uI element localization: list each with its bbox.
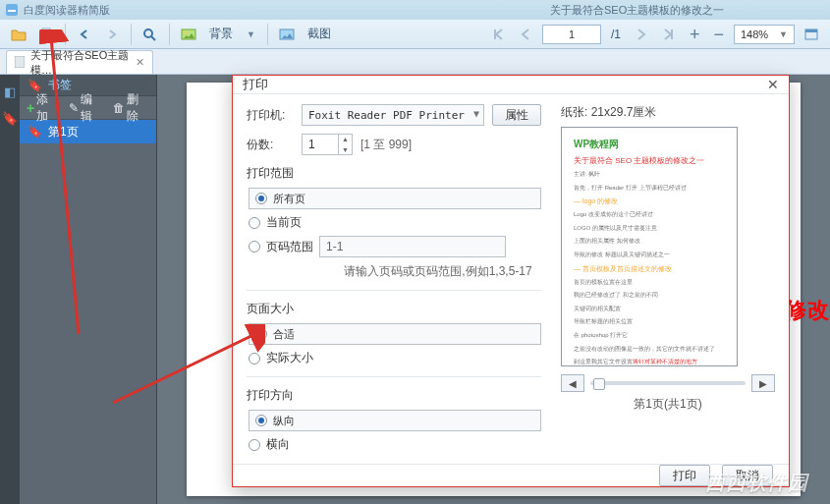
orient-landscape-label: 横向 bbox=[266, 436, 290, 453]
orient-portrait-label: 纵向 bbox=[273, 414, 295, 428]
print-dialog: 打印 ✕ 打印机: Foxit Reader PDF Printer ▼ 属性 … bbox=[232, 75, 790, 487]
size-fit-label: 合适 bbox=[273, 327, 295, 342]
preview-slider[interactable] bbox=[590, 381, 746, 385]
pencil-icon: ✎ bbox=[69, 101, 79, 115]
tab-icon bbox=[15, 56, 25, 70]
props-label: 属性 bbox=[505, 107, 528, 124]
orient-portrait-radio[interactable]: 纵向 bbox=[249, 410, 541, 431]
page-number-input[interactable]: 1 bbox=[542, 25, 601, 44]
radio-dot-icon bbox=[249, 353, 260, 364]
range-current-radio[interactable]: 当前页 bbox=[249, 214, 541, 231]
orient-landscape-radio[interactable]: 横向 bbox=[249, 436, 541, 453]
first-page-button[interactable] bbox=[487, 24, 509, 45]
chevron-down-icon: ▼ bbox=[779, 29, 788, 39]
preview-prev-button[interactable]: ◀ bbox=[561, 374, 584, 392]
svg-rect-4 bbox=[42, 36, 50, 40]
svg-rect-10 bbox=[805, 29, 817, 32]
svg-rect-11 bbox=[15, 56, 25, 68]
radio-dot-icon bbox=[255, 415, 267, 426]
toolbar-right: 1 /1 + − 148% ▼ bbox=[487, 24, 822, 45]
document-tabs: 关于最符合SEO主题模… ✕ bbox=[0, 49, 830, 75]
document-title-header: 关于最符合SEO主题模板的修改之一 bbox=[550, 0, 724, 20]
redo-button[interactable] bbox=[101, 24, 123, 45]
print-preview: WP教程网 关于最符合 SEO 主题模板的修改之一 主讲: 枫叶 首先，打开 R… bbox=[561, 127, 738, 366]
radio-dot-icon bbox=[255, 193, 267, 204]
print-button[interactable] bbox=[35, 24, 57, 45]
delete-label: 删除 bbox=[127, 91, 149, 125]
trash-icon: 🗑 bbox=[113, 101, 125, 115]
range-all-radio[interactable]: 所有页 bbox=[249, 188, 541, 209]
preview-logo: WP教程网 bbox=[574, 138, 725, 151]
spinner-down-icon[interactable]: ▼ bbox=[339, 144, 352, 155]
page-range-hint: 请输入页码或页码范围,例如1,3,5-17 bbox=[335, 263, 541, 280]
svg-point-7 bbox=[185, 30, 188, 33]
background-label[interactable]: 背景 bbox=[205, 26, 237, 42]
copies-hint: [1 至 999] bbox=[360, 137, 412, 153]
zoom-in-button[interactable]: + bbox=[686, 26, 704, 43]
radio-dot-icon bbox=[255, 328, 267, 340]
screenshot-label[interactable]: 截图 bbox=[304, 26, 335, 42]
doc-tab-active[interactable]: 关于最符合SEO主题模… ✕ bbox=[6, 50, 153, 74]
preview-page-counter: 第1页(共1页) bbox=[561, 396, 775, 413]
layout-mode-button[interactable] bbox=[801, 24, 822, 45]
orientation-title: 打印方向 bbox=[247, 387, 541, 404]
dialog-title: 打印 bbox=[243, 76, 268, 93]
watermark: 西西软件园 bbox=[705, 470, 808, 496]
next-page-button[interactable] bbox=[631, 24, 652, 45]
range-current-label: 当前页 bbox=[266, 214, 302, 231]
printer-label: 打印机: bbox=[247, 107, 294, 124]
screenshot-icon[interactable] bbox=[276, 24, 298, 45]
undo-button[interactable] bbox=[74, 24, 95, 45]
close-tab-icon[interactable]: ✕ bbox=[136, 56, 144, 69]
bg-dropdown-icon[interactable]: ▼ bbox=[243, 29, 259, 39]
size-fit-radio[interactable]: 合适 bbox=[249, 323, 541, 345]
edit-label: 编辑 bbox=[81, 91, 103, 125]
page-size-title: 页面大小 bbox=[247, 301, 541, 317]
left-rail: ◧ 🔖 bbox=[0, 75, 20, 504]
app-title: 白度阅读器精简版 bbox=[24, 3, 110, 18]
bookmark-add-button[interactable]: + 添加 bbox=[24, 91, 62, 125]
copies-value: 1 bbox=[308, 138, 315, 151]
print-ok-label: 打印 bbox=[673, 468, 696, 484]
copies-spinner[interactable]: 1 ▲▼ bbox=[302, 134, 353, 155]
rail-bookmarks-icon[interactable]: ◧ bbox=[4, 84, 16, 99]
add-label: 添加 bbox=[36, 91, 59, 125]
dialog-close-button[interactable]: ✕ bbox=[767, 77, 779, 92]
rail-bookmark-ribbon-icon[interactable]: 🔖 bbox=[2, 111, 18, 126]
zoom-value: 148% bbox=[741, 28, 768, 40]
svg-rect-3 bbox=[42, 28, 50, 32]
page-range-input[interactable]: 1-1 bbox=[319, 236, 506, 257]
size-actual-radio[interactable]: 实际大小 bbox=[249, 350, 541, 366]
svg-rect-1 bbox=[8, 10, 16, 12]
zoom-out-button[interactable]: − bbox=[709, 26, 728, 43]
spinner-up-icon[interactable]: ▲ bbox=[339, 134, 352, 144]
last-page-button[interactable] bbox=[658, 24, 680, 45]
radio-dot-icon bbox=[249, 241, 260, 252]
dialog-print-button[interactable]: 打印 bbox=[659, 465, 710, 486]
printer-value: Foxit Reader PDF Printer bbox=[308, 109, 465, 122]
radio-dot-icon bbox=[249, 439, 260, 451]
bookmark-edit-button[interactable]: ✎ 编辑 bbox=[66, 91, 106, 125]
background-image-icon[interactable] bbox=[178, 24, 199, 45]
bookmark-item-label: 第1页 bbox=[48, 124, 79, 140]
svg-point-5 bbox=[144, 29, 152, 37]
printer-select[interactable]: Foxit Reader PDF Printer ▼ bbox=[302, 104, 484, 126]
bookmark-delete-button[interactable]: 🗑 删除 bbox=[110, 91, 152, 125]
zoom-select[interactable]: 148% ▼ bbox=[734, 25, 795, 44]
copies-label: 份数: bbox=[247, 137, 294, 153]
range-pages-radio[interactable]: 页码范围 1-1 bbox=[249, 236, 541, 257]
open-file-button[interactable] bbox=[8, 24, 29, 45]
page-range-value: 1-1 bbox=[326, 240, 343, 253]
bookmark-icon: 🔖 bbox=[28, 79, 42, 92]
paper-label: 纸张: bbox=[561, 105, 587, 119]
dialog-titlebar: 打印 ✕ bbox=[233, 76, 789, 94]
range-all-label: 所有页 bbox=[273, 192, 305, 206]
prev-page-button[interactable] bbox=[515, 24, 536, 45]
find-button[interactable] bbox=[139, 24, 161, 45]
preview-next-button[interactable]: ▶ bbox=[751, 374, 775, 392]
radio-dot-icon bbox=[249, 217, 260, 229]
main-toolbar: 背景 ▼ 截图 1 /1 + − 148% ▼ bbox=[0, 20, 830, 49]
page-current: 1 bbox=[569, 28, 575, 40]
print-range-title: 打印范围 bbox=[247, 165, 541, 182]
printer-properties-button[interactable]: 属性 bbox=[492, 104, 541, 126]
